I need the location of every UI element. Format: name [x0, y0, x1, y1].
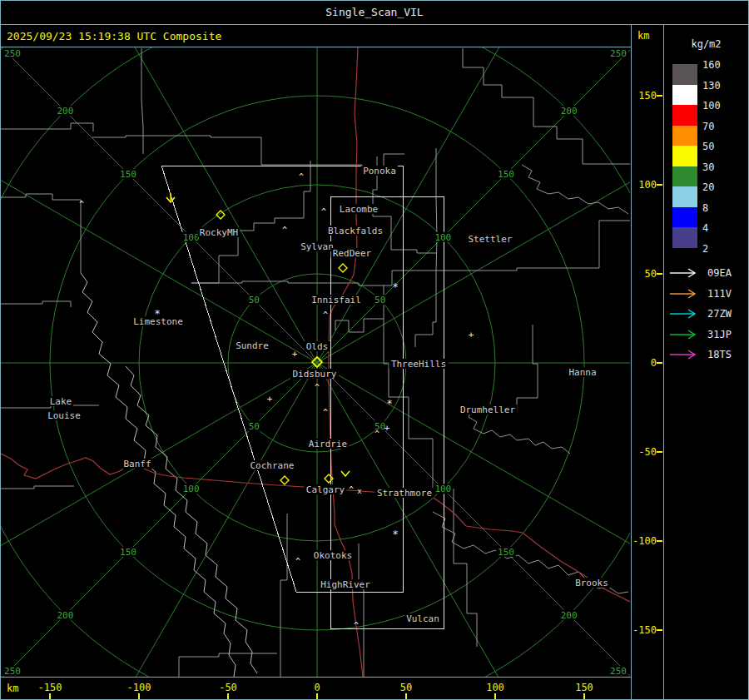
range-ring-label-100: 100 [183, 232, 200, 243]
radar-site-row: 31JP [669, 329, 732, 340]
county-boundary [522, 165, 628, 214]
city-label-Drumheller: Drumheller [460, 405, 516, 415]
legend-value-label: 8 [702, 202, 708, 214]
site-diamond-marker [339, 264, 347, 272]
radar-map-canvas[interactable]: 5050505010010010010015015015015020020020… [1, 47, 630, 677]
bottom-axis-tick-label: 0 [314, 682, 320, 693]
range-ring-label-250: 250 [4, 666, 21, 677]
right-axis-tick-label: 0 [632, 357, 657, 369]
radar-map[interactable]: 5050505010010010010015015015015020020020… [1, 47, 630, 677]
town-plus-marker: + [267, 394, 273, 405]
bottom-axis-tick [405, 693, 407, 699]
legend-value-label: 100 [702, 100, 721, 112]
legend-unit-label: kg/m2 [664, 38, 748, 50]
town-caret-marker: ^ [282, 226, 287, 235]
radar-site-id: 18TS [707, 349, 732, 360]
highway [1, 454, 429, 494]
range-ring-label-100: 100 [434, 484, 451, 494]
town-asterisk-marker: * [386, 398, 392, 410]
radar-site-arrow-icon [669, 350, 701, 360]
pointer-arrow [341, 471, 350, 476]
bottom-axis-tick-label: -150 [38, 682, 62, 693]
range-ring-label-150: 150 [120, 547, 136, 558]
radar-site-arrow-icon [669, 330, 701, 340]
town-plus-marker: + [469, 330, 474, 340]
range-radial-30deg [1, 47, 630, 677]
titlebar-divider [0, 24, 749, 25]
city-label-RedDeer: RedDeer [333, 248, 372, 259]
right-axis-unit-label: km [637, 30, 649, 42]
radar-site-arrow-icon [669, 289, 701, 299]
city-label-Sundre: Sundre [236, 340, 269, 351]
city-label-Ponoka: Ponoka [363, 166, 396, 176]
town-asterisk-marker: * [392, 281, 398, 293]
range-ring-label-200: 200 [57, 610, 73, 621]
city-label-Airdrie: Airdrie [309, 439, 347, 449]
city-label-Innisfail: Innisfail [311, 295, 361, 305]
right-axis-tick-label: -100 [632, 535, 657, 547]
town-caret-marker: ^ [315, 383, 320, 392]
radar-site-id: 111V [707, 288, 732, 300]
radar-site-row: 27ZW [669, 308, 732, 320]
range-ring-label-50: 50 [249, 295, 260, 305]
scan-timestamp: 2025/09/23 15:19:38 UTC Composite [7, 30, 221, 42]
county-boundary [92, 136, 404, 166]
range-ring-label-250: 250 [4, 48, 21, 59]
radar-site-id: 09EA [707, 267, 732, 279]
legend-color-swatch [672, 64, 697, 85]
town-caret-marker: ^ [299, 172, 304, 181]
legend-value-label: 70 [702, 121, 714, 132]
bottom-axis-tick-label: 100 [486, 682, 504, 693]
legend-color-swatch [672, 146, 697, 166]
city-label-Stettler: Stettler [469, 234, 513, 245]
mountain-boundary [126, 366, 257, 673]
right-axis-tick-label: -150 [632, 624, 657, 636]
county-boundary [415, 148, 437, 347]
town-caret-marker: ^ [321, 207, 326, 216]
city-label-ThreeHills: ThreeHills [391, 359, 446, 370]
legend-color-swatch [672, 166, 697, 187]
town-caret-marker: ^ [295, 557, 300, 566]
legend-value-label: 50 [702, 141, 714, 152]
bottom-axis: km -150-100-50050100150 [0, 678, 631, 700]
city-label-RockyMH: RockyMH [200, 227, 238, 238]
range-ring-label-50: 50 [249, 421, 260, 432]
city-label-Banff: Banff [123, 459, 151, 469]
bottom-axis-tick [138, 693, 140, 699]
bottom-axis-tick [494, 693, 496, 699]
city-label-Olds: Olds [306, 341, 329, 352]
radar-site-row: 111V [669, 288, 732, 300]
city-label-Lacombe: Lacombe [340, 204, 378, 215]
range-ring-label-150: 150 [498, 547, 514, 558]
city-label-Sylvan: Sylvan [300, 241, 334, 252]
town-caret-marker: ^ [374, 429, 379, 439]
site-diamond-marker [280, 476, 289, 484]
radar-coverage-outline [330, 196, 444, 628]
county-boundary [141, 48, 143, 154]
legend-left-border [663, 25, 664, 700]
right-axis-tick [657, 184, 662, 186]
radar-site-row: 18TS [669, 349, 732, 360]
town-plus-marker: + [292, 349, 298, 360]
town-caret-marker: ^ [323, 408, 328, 417]
city-label-Louise: Louise [47, 410, 81, 421]
right-axis-tick [657, 629, 662, 631]
town-asterisk-marker: * [392, 529, 398, 540]
town-caret-marker: ^ [323, 310, 328, 320]
legend-color-swatch [672, 207, 697, 228]
right-axis-tick [657, 95, 662, 97]
city-label-HighRiver: HighRiver [320, 579, 370, 590]
radar-site-id: 31JP [707, 329, 732, 340]
radar-site-row: 09EA [669, 267, 732, 279]
city-label-Lake: Lake [50, 396, 72, 407]
town-asterisk-marker: * [154, 308, 160, 320]
city-label-Blackfalds: Blackfalds [328, 226, 383, 236]
legend-color-swatch [672, 105, 697, 126]
radar-app-window: Single_Scan_VIL 2025/09/23 15:19:38 UTC … [0, 0, 749, 700]
county-boundary [359, 544, 364, 677]
radar-site-id: 27ZW [707, 308, 732, 320]
info-bar: 2025/09/23 15:19:38 UTC Composite [0, 25, 631, 47]
range-ring-label-200: 200 [561, 106, 578, 117]
right-axis-tick [657, 273, 662, 275]
legend-color-swatch [672, 126, 697, 146]
